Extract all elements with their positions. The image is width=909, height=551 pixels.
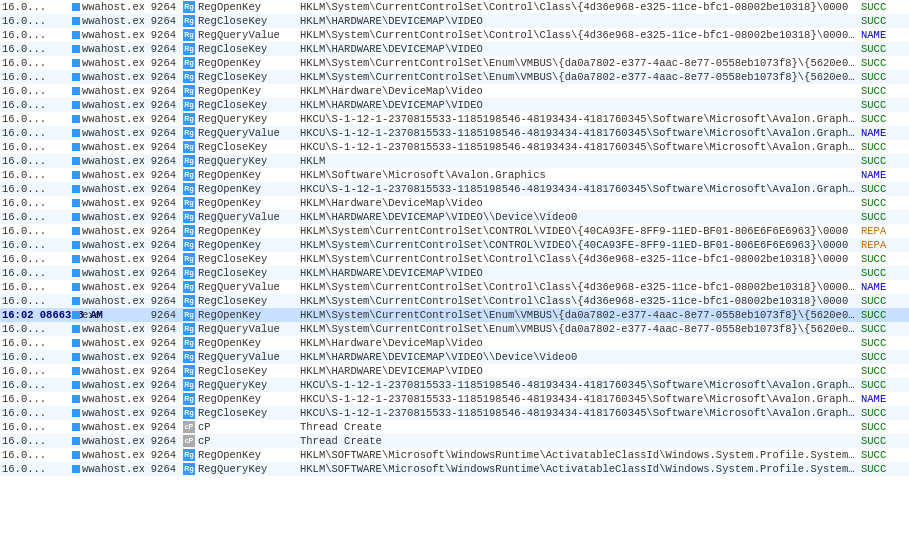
cell-icon: Rg <box>180 141 198 153</box>
cell-pid: 9264 <box>144 140 180 154</box>
cell-icon: Rg <box>180 197 198 209</box>
cell-result: SUCC <box>859 308 909 322</box>
cell-pid: 9264 <box>144 364 180 378</box>
cell-path: HKLM\System\CurrentControlSet\Enum\VMBUS… <box>298 308 859 322</box>
cell-pid: 9264 <box>144 434 180 448</box>
cell-pid: 9264 <box>144 84 180 98</box>
cell-operation: cP <box>198 420 298 434</box>
table-row[interactable]: 16.0... wwahost.exe 9264 Rg RegQueryKey … <box>0 154 909 168</box>
table-row[interactable]: 16.0... wwahost.exe 9264 cP cP Thread Cr… <box>0 420 909 434</box>
cell-path: HKLM\System\CurrentControlSet\Control\Cl… <box>298 294 859 308</box>
cell-time: 16.0... <box>0 28 72 42</box>
table-row[interactable]: 16.0... wwahost.exe 9264 Rg RegOpenKey H… <box>0 224 909 238</box>
table-row[interactable]: 16.0... wwahost.exe 9264 Rg RegCloseKey … <box>0 252 909 266</box>
cell-pid: 9264 <box>144 322 180 336</box>
cell-pid: 9264 <box>144 252 180 266</box>
cell-pid: 9264 <box>144 28 180 42</box>
cell-time: 16.0... <box>0 112 72 126</box>
cell-icon: Rg <box>180 379 198 391</box>
process-dot-icon <box>72 367 80 375</box>
table-row[interactable]: 16.0... wwahost.exe 9264 Rg RegOpenKey H… <box>0 0 909 14</box>
cell-path: HKLM\SOFTWARE\Microsoft\WindowsRuntime\A… <box>298 448 859 462</box>
cell-result: NAME <box>859 28 909 42</box>
cell-time: 16.0... <box>0 392 72 406</box>
cell-result: SUCC <box>859 140 909 154</box>
cell-operation: RegCloseKey <box>198 70 298 84</box>
process-dot-icon <box>72 241 80 249</box>
cell-path: HKCU\S-1-12-1-2370815533-1185198546-4819… <box>298 126 859 140</box>
registry-icon: Rg <box>183 281 195 293</box>
table-row[interactable]: 16.0... wwahost.exe 9264 Rg RegCloseKey … <box>0 70 909 84</box>
table-row[interactable]: 16.0... wwahost.exe 9264 Rg RegOpenKey H… <box>0 168 909 182</box>
cell-icon: cP <box>180 435 198 447</box>
cell-pid: 9264 <box>144 294 180 308</box>
table-row[interactable]: 16.0... wwahost.exe 9264 Rg RegQueryValu… <box>0 322 909 336</box>
cell-process: wwahost.exe <box>72 336 144 350</box>
cell-pid: 9264 <box>144 70 180 84</box>
cell-result: SUCC <box>859 42 909 56</box>
cell-process: wwahost.exe <box>72 266 144 280</box>
table-row[interactable]: 16.0... wwahost.exe 9264 Rg RegOpenKey H… <box>0 84 909 98</box>
cell-icon: Rg <box>180 295 198 307</box>
cell-operation: cP <box>198 434 298 448</box>
cell-pid: 9264 <box>144 42 180 56</box>
cell-result: SUCC <box>859 364 909 378</box>
cell-result: NAME <box>859 392 909 406</box>
process-dot-icon <box>72 157 80 165</box>
table-row[interactable]: 16.0... wwahost.exe 9264 Rg RegQueryValu… <box>0 126 909 140</box>
table-row[interactable]: 16:02 0866328 AM exe 9264 Rg RegOpenKey … <box>0 308 909 322</box>
table-row[interactable]: 16.0... wwahost.exe 9264 Rg RegCloseKey … <box>0 266 909 280</box>
cell-pid: 9264 <box>144 182 180 196</box>
cell-result: NAME <box>859 280 909 294</box>
cell-process: wwahost.exe <box>72 196 144 210</box>
table-row[interactable]: 16.0... wwahost.exe 9264 cP cP Thread Cr… <box>0 434 909 448</box>
cell-pid: 9264 <box>144 238 180 252</box>
table-row[interactable]: 16.0... wwahost.exe 9264 Rg RegQueryValu… <box>0 210 909 224</box>
table-row[interactable]: 16.0... wwahost.exe 9264 Rg RegOpenKey H… <box>0 392 909 406</box>
cell-result: SUCC <box>859 322 909 336</box>
cell-operation: RegQueryValue <box>198 28 298 42</box>
process-dot-icon <box>72 171 80 179</box>
registry-icon: Rg <box>183 337 195 349</box>
cell-pid: 9264 <box>144 350 180 364</box>
table-row[interactable]: 16.0... wwahost.exe 9264 Rg RegCloseKey … <box>0 14 909 28</box>
process-dot-icon <box>72 395 80 403</box>
cell-time: 16.0... <box>0 462 72 476</box>
cell-operation: RegCloseKey <box>198 252 298 266</box>
table-row[interactable]: 16.0... wwahost.exe 9264 Rg RegQueryKey … <box>0 378 909 392</box>
cell-icon: Rg <box>180 351 198 363</box>
table-row[interactable]: 16.0... wwahost.exe 9264 Rg RegQueryKey … <box>0 112 909 126</box>
table-row[interactable]: 16.0... wwahost.exe 9264 Rg RegOpenKey H… <box>0 56 909 70</box>
cell-time: 16.0... <box>0 364 72 378</box>
process-dot-icon <box>72 437 80 445</box>
table-row[interactable]: 16.0... wwahost.exe 9264 Rg RegCloseKey … <box>0 406 909 420</box>
table-row[interactable]: 16.0... wwahost.exe 9264 Rg RegQueryValu… <box>0 280 909 294</box>
table-row[interactable]: 16.0... wwahost.exe 9264 Rg RegCloseKey … <box>0 294 909 308</box>
cell-result: SUCC <box>859 336 909 350</box>
cell-process: wwahost.exe <box>72 294 144 308</box>
registry-icon: Rg <box>183 43 195 55</box>
cell-process: wwahost.exe <box>72 392 144 406</box>
cell-operation: RegOpenKey <box>198 238 298 252</box>
registry-icon: Rg <box>183 225 195 237</box>
registry-icon: Rg <box>183 113 195 125</box>
table-row[interactable]: 16.0... wwahost.exe 9264 Rg RegQueryKey … <box>0 462 909 476</box>
table-row[interactable]: 16.0... wwahost.exe 9264 Rg RegOpenKey H… <box>0 238 909 252</box>
table-row[interactable]: 16.0... wwahost.exe 9264 Rg RegCloseKey … <box>0 364 909 378</box>
cell-time: 16.0... <box>0 238 72 252</box>
cell-icon: Rg <box>180 225 198 237</box>
table-row[interactable]: 16.0... wwahost.exe 9264 Rg RegCloseKey … <box>0 42 909 56</box>
cell-process: exe <box>72 308 144 322</box>
table-row[interactable]: 16.0... wwahost.exe 9264 Rg RegOpenKey H… <box>0 448 909 462</box>
table-row[interactable]: 16.0... wwahost.exe 9264 Rg RegCloseKey … <box>0 140 909 154</box>
table-row[interactable]: 16.0... wwahost.exe 9264 Rg RegOpenKey H… <box>0 336 909 350</box>
cell-result: SUCC <box>859 112 909 126</box>
table-row[interactable]: 16.0... wwahost.exe 9264 Rg RegOpenKey H… <box>0 182 909 196</box>
cell-process: wwahost.exe <box>72 322 144 336</box>
table-row[interactable]: 16.0... wwahost.exe 9264 Rg RegCloseKey … <box>0 98 909 112</box>
table-row[interactable]: 16.0... wwahost.exe 9264 Rg RegOpenKey H… <box>0 196 909 210</box>
process-dot-icon <box>72 255 80 263</box>
table-row[interactable]: 16.0... wwahost.exe 9264 Rg RegQueryValu… <box>0 350 909 364</box>
registry-icon: Rg <box>183 253 195 265</box>
table-row[interactable]: 16.0... wwahost.exe 9264 Rg RegQueryValu… <box>0 28 909 42</box>
